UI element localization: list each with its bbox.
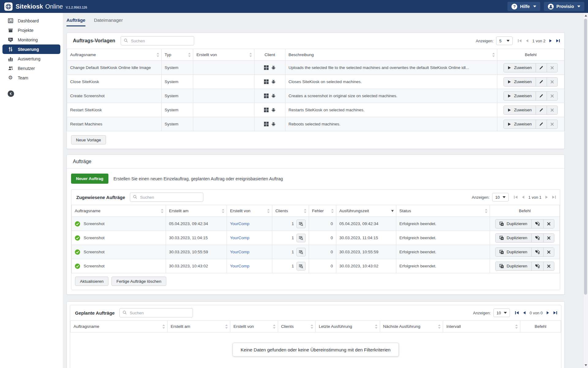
sidebar-item-team[interactable]: ⚙ Team xyxy=(2,73,60,82)
edit-button[interactable] xyxy=(536,78,547,86)
new-template-button[interactable]: Neue Vorlage xyxy=(71,135,106,144)
column-header-auftragsname[interactable]: Auftragsname xyxy=(72,205,166,217)
last-page-button[interactable] xyxy=(556,39,560,43)
assign-button[interactable]: Zuweisen xyxy=(504,63,536,72)
delete-button[interactable] xyxy=(544,220,554,228)
column-header-status[interactable]: Status xyxy=(396,205,490,217)
last-page-button[interactable] xyxy=(553,311,557,315)
delete-button[interactable] xyxy=(544,248,554,256)
first-page-button[interactable] xyxy=(514,195,518,199)
column-header-erstellt-von[interactable]: Erstellt von xyxy=(227,205,272,217)
clients-count: 1 xyxy=(292,221,294,226)
delete-button[interactable] xyxy=(547,120,557,128)
assign-tag-button[interactable] xyxy=(532,234,544,242)
client-list-button[interactable] xyxy=(296,234,306,242)
pencil-icon xyxy=(539,94,543,98)
column-header-fehler[interactable]: Fehler xyxy=(309,205,336,217)
assign-button[interactable]: Zuweisen xyxy=(504,78,536,86)
first-page-button[interactable] xyxy=(518,39,522,43)
tab-dateimanager[interactable]: Dateimanager xyxy=(94,17,123,26)
sidebar-item-monitoring[interactable]: Monitoring xyxy=(2,35,60,44)
sidebar-item-steuerung[interactable]: Steuerung xyxy=(2,44,60,54)
client-list-button[interactable] xyxy=(296,220,306,228)
sidebar-item-auswertung[interactable]: Auswertung xyxy=(2,54,60,63)
prev-page-button[interactable] xyxy=(526,39,529,43)
scheduled-search-input[interactable] xyxy=(119,308,193,317)
edit-button[interactable] xyxy=(536,120,547,128)
duplicate-button[interactable]: Duplizieren xyxy=(496,220,532,228)
user-menu-button[interactable]: Provisio xyxy=(544,2,584,11)
column-header-erstellt-am[interactable]: Erstellt am xyxy=(166,205,227,217)
column-header-intervall[interactable]: Intervall xyxy=(443,321,520,332)
templates-page-size-select[interactable]: 5 xyxy=(496,36,513,45)
column-header-naechste-ausfuehrung[interactable]: Nächste Ausführung xyxy=(380,321,443,332)
pencil-icon xyxy=(539,80,543,84)
column-header-clients[interactable]: Clients xyxy=(278,321,315,332)
sidebar-item-projekte[interactable]: Projekte xyxy=(2,25,60,35)
next-page-button[interactable] xyxy=(549,39,552,43)
column-header-clients[interactable]: Clients xyxy=(272,205,309,217)
delete-button[interactable] xyxy=(547,78,557,86)
refresh-button[interactable]: Aktualisieren xyxy=(75,277,108,286)
delete-button[interactable] xyxy=(547,92,557,100)
created-by-link[interactable]: YourComp xyxy=(230,221,249,226)
assigned-page-size-select[interactable]: 10 xyxy=(492,193,509,201)
prev-page-button[interactable] xyxy=(522,195,525,199)
scroll-up-button[interactable] xyxy=(583,13,588,18)
column-header-erstellt-von[interactable]: Erstellt von xyxy=(193,49,254,61)
prev-page-button[interactable] xyxy=(523,311,526,315)
sidebar-collapse-button[interactable] xyxy=(8,90,14,97)
duplicate-button[interactable]: Duplizieren xyxy=(496,262,532,270)
scheduled-page-size-select[interactable]: 10 xyxy=(493,309,510,317)
assigned-search-input[interactable] xyxy=(130,193,203,202)
list-search-icon xyxy=(299,236,303,240)
created-by-link[interactable]: YourComp xyxy=(230,264,249,268)
next-page-button[interactable] xyxy=(546,311,549,315)
last-page-button[interactable] xyxy=(552,195,556,199)
next-page-button[interactable] xyxy=(545,195,548,199)
assign-tag-button[interactable] xyxy=(532,262,544,270)
tags-plus-icon xyxy=(535,250,540,254)
new-order-button[interactable]: Neuer Auftrag xyxy=(71,174,108,184)
column-header-erstellt-am[interactable]: Erstellt am xyxy=(168,321,230,332)
column-header-erstellt-von[interactable]: Erstellt von xyxy=(230,321,278,332)
assign-button[interactable]: Zuweisen xyxy=(504,106,536,114)
delete-button[interactable] xyxy=(547,106,557,114)
column-header-ausfuehrungszeit[interactable]: Ausführungszeit xyxy=(336,205,396,217)
edit-button[interactable] xyxy=(536,92,547,100)
created-by-link[interactable]: YourComp xyxy=(230,250,249,254)
scroll-down-button[interactable] xyxy=(583,363,588,368)
column-header-typ[interactable]: Typ xyxy=(161,49,193,61)
template-created-by xyxy=(193,89,254,103)
edit-button[interactable] xyxy=(536,63,547,72)
column-header-letzte-ausfuehrung[interactable]: Letzte Ausführung xyxy=(315,321,380,332)
duplicate-button[interactable]: Duplizieren xyxy=(496,234,532,242)
client-list-button[interactable] xyxy=(296,262,306,270)
sidebar-item-benutzer[interactable]: Benutzer xyxy=(2,63,60,73)
first-page-button[interactable] xyxy=(515,311,519,315)
assign-button[interactable]: Zuweisen xyxy=(504,120,536,128)
column-header-auftragsname[interactable]: Auftragsname xyxy=(70,321,168,332)
duplicate-button[interactable]: Duplizieren xyxy=(496,248,532,256)
scheduled-orders-table: Auftragsname Erstellt am Erstellt von Cl… xyxy=(70,320,561,332)
help-button[interactable]: ? Hilfe xyxy=(507,2,540,11)
edit-button[interactable] xyxy=(536,106,547,114)
template-clients xyxy=(254,61,285,75)
delete-button[interactable] xyxy=(544,234,554,242)
vertical-scrollbar[interactable] xyxy=(583,13,588,368)
exec-time: 30.03.2023, 10:55:59 xyxy=(336,245,396,259)
column-header-beschreibung[interactable]: Beschreibung xyxy=(285,49,497,61)
assign-tag-button[interactable] xyxy=(532,220,544,228)
assign-tag-button[interactable] xyxy=(532,248,544,256)
delete-button[interactable] xyxy=(547,63,557,72)
tab-auftraege[interactable]: Aufträge xyxy=(66,17,85,26)
sidebar-item-dashboard[interactable]: Dashboard xyxy=(2,16,60,25)
delete-finished-button[interactable]: Fertige Aufträge löschen xyxy=(111,277,166,286)
column-header-auftragsname[interactable]: Auftragsname xyxy=(67,49,162,61)
delete-button[interactable] xyxy=(544,262,554,270)
templates-search-input[interactable] xyxy=(121,36,194,45)
created-by-link[interactable]: YourComp xyxy=(230,236,249,240)
scrollbar-thumb[interactable] xyxy=(584,19,587,295)
assign-button[interactable]: Zuweisen xyxy=(504,92,536,100)
client-list-button[interactable] xyxy=(296,248,306,256)
